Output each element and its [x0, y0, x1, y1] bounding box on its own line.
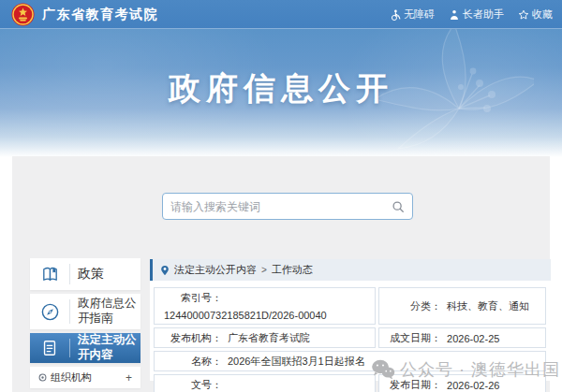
sidebar-item-statutory-disclosure-label: 法定主动公开内容	[70, 333, 140, 362]
doc-title-label: 名称：	[158, 355, 222, 369]
site-name: 广东省教育考试院	[42, 7, 158, 23]
sidebar-item-policy-label: 政策	[70, 266, 140, 283]
favorite-link[interactable]: 收藏	[518, 7, 553, 22]
index-number-label: 索引号：	[158, 291, 222, 305]
book-icon	[40, 265, 60, 284]
sidebar-item-disclosure-guide[interactable]: 政府信息公开指南	[30, 294, 140, 329]
index-number-cell: 索引号：12440000732185821D/2026-00040	[154, 287, 376, 325]
top-links: 无障碍 长者助手 收藏	[390, 0, 553, 29]
breadcrumb-section[interactable]: 法定主动公开内容	[174, 263, 257, 277]
sidebar-item-policy[interactable]: 政策	[30, 258, 140, 290]
publish-date-value: 2026-02-26	[447, 380, 499, 391]
accessibility-link[interactable]: 无障碍	[390, 7, 435, 22]
main-panel: 法定主动公开内容 > 工作动态 索引号：12440000732185821D/2…	[150, 259, 551, 381]
breadcrumb: 法定主动公开内容 > 工作动态	[150, 259, 551, 281]
doc-number-label: 文号：	[158, 378, 222, 392]
location-pin-icon	[160, 265, 170, 276]
table-row: 文号： 发布日期：2026-02-26	[154, 374, 546, 392]
category-value: 科技、教育、通知	[447, 299, 529, 313]
search-box	[162, 193, 413, 220]
sidebar-item-statutory-disclosure[interactable]: 法定主动公开内容	[30, 333, 140, 363]
doc-title-value: 2026年全国联招3月1日起报名	[228, 355, 365, 369]
written-date-label: 成文日期：	[383, 331, 441, 345]
publisher-value: 广东省教育考试院	[228, 331, 310, 345]
organization-icon	[38, 373, 47, 382]
table-row: 索引号：12440000732185821D/2026-00040 分类：科技、…	[154, 287, 546, 325]
publish-date-cell: 发布日期：2026-02-26	[378, 374, 546, 392]
publish-date-label: 发布日期：	[383, 378, 441, 392]
compass-icon	[40, 302, 60, 322]
search-input[interactable]	[163, 200, 384, 213]
breadcrumb-current[interactable]: 工作动态	[272, 263, 313, 277]
written-date-cell: 成文日期：2026-02-25	[378, 327, 546, 348]
detail-table: 索引号：12440000732185821D/2026-00040 分类：科技、…	[151, 284, 549, 392]
accessibility-label: 无障碍	[404, 7, 435, 22]
star-icon	[518, 9, 529, 21]
document-icon	[40, 339, 59, 357]
written-date-value: 2026-02-25	[447, 333, 499, 344]
category-cell: 分类：科技、教育、通知	[378, 287, 546, 325]
index-number-value: 12440000732185821D/2026-00040	[164, 310, 327, 321]
expand-plus-icon[interactable]: +	[126, 371, 132, 385]
sidebar-item-organization-label: 组织机构	[51, 370, 92, 385]
national-emblem-icon	[11, 3, 35, 26]
banner: 政府信息公开	[0, 29, 562, 157]
elder-person-icon	[449, 9, 460, 21]
header-bar: 广东省教育考试院 无障碍 长者助手	[0, 0, 562, 29]
title-cell: 名称：2026年全国联招3月1日起报名	[154, 351, 546, 371]
page-title: 政府信息公开	[0, 67, 562, 110]
elder-assistant-label: 长者助手	[463, 7, 504, 22]
elder-assistant-link[interactable]: 长者助手	[449, 7, 504, 22]
publisher-cell: 发布机构：广东省教育考试院	[154, 327, 376, 348]
doc-number-cell: 文号：	[154, 374, 376, 392]
publisher-label: 发布机构：	[158, 331, 222, 345]
page: 广东省教育考试院 无障碍 长者助手	[0, 0, 562, 392]
sidebar-item-disclosure-guide-label: 政府信息公开指南	[70, 297, 140, 326]
search-button[interactable]	[384, 194, 412, 219]
sidebar-item-organization[interactable]: 组织机构 +	[30, 367, 140, 388]
favorite-label: 收藏	[532, 7, 553, 22]
table-row: 名称：2026年全国联招3月1日起报名	[154, 351, 546, 371]
table-row: 发布机构：广东省教育考试院 成文日期：2026-02-25	[154, 327, 546, 348]
breadcrumb-separator: >	[261, 265, 267, 275]
search-icon	[392, 200, 405, 213]
category-label: 分类：	[383, 299, 441, 313]
wheelchair-icon	[390, 9, 401, 21]
